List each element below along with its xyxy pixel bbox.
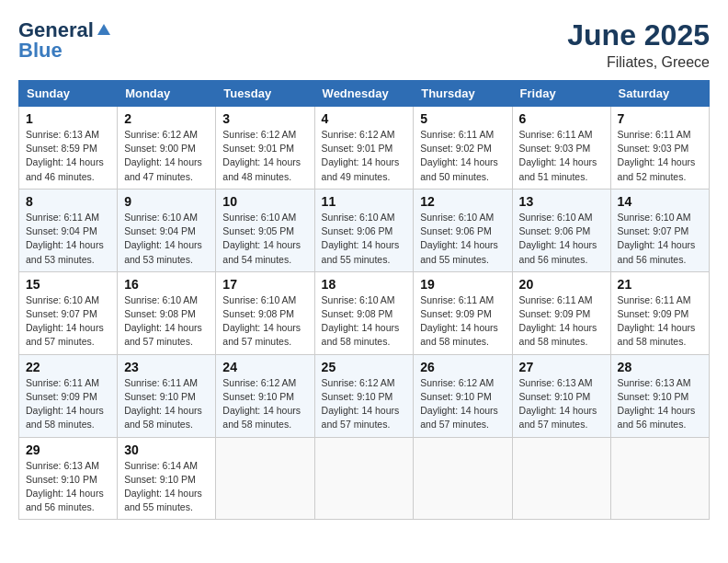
calendar-cell: 15Sunrise: 6:10 AMSunset: 9:07 PMDayligh… (19, 271, 118, 354)
calendar-week-3: 15Sunrise: 6:10 AMSunset: 9:07 PMDayligh… (19, 271, 710, 354)
day-number: 22 (26, 360, 110, 374)
calendar-cell (414, 437, 512, 520)
day-info: Sunrise: 6:10 AMSunset: 9:05 PMDaylight:… (222, 211, 307, 267)
calendar-week-4: 22Sunrise: 6:11 AMSunset: 9:09 PMDayligh… (19, 354, 710, 437)
day-number: 24 (222, 360, 307, 374)
day-number: 5 (420, 111, 505, 126)
calendar-cell: 12Sunrise: 6:10 AMSunset: 9:06 PMDayligh… (414, 189, 512, 271)
calendar-cell: 2Sunrise: 6:12 AMSunset: 9:00 PMDaylight… (118, 107, 216, 190)
day-info: Sunrise: 6:10 AMSunset: 9:08 PMDaylight:… (322, 293, 407, 350)
calendar-cell: 7Sunrise: 6:11 AMSunset: 9:03 PMDaylight… (610, 107, 709, 190)
calendar-cell: 22Sunrise: 6:11 AMSunset: 9:09 PMDayligh… (19, 354, 118, 437)
column-header-monday: Monday (118, 81, 216, 107)
day-info: Sunrise: 6:11 AMSunset: 9:10 PMDaylight:… (124, 376, 209, 432)
day-number: 19 (420, 277, 505, 292)
day-number: 13 (519, 194, 604, 209)
calendar-cell: 18Sunrise: 6:10 AMSunset: 9:08 PMDayligh… (314, 271, 414, 354)
day-number: 1 (26, 111, 110, 126)
day-info: Sunrise: 6:10 AMSunset: 9:06 PMDaylight:… (322, 211, 407, 267)
calendar-cell (216, 437, 314, 520)
column-header-thursday: Thursday (414, 81, 512, 107)
calendar-week-1: 1Sunrise: 6:13 AMSunset: 8:59 PMDaylight… (19, 107, 710, 190)
calendar-cell: 26Sunrise: 6:12 AMSunset: 9:10 PMDayligh… (414, 354, 512, 437)
calendar-cell: 13Sunrise: 6:10 AMSunset: 9:06 PMDayligh… (512, 189, 610, 271)
calendar-cell: 24Sunrise: 6:12 AMSunset: 9:10 PMDayligh… (216, 354, 314, 437)
calendar-cell: 23Sunrise: 6:11 AMSunset: 9:10 PMDayligh… (118, 354, 216, 437)
day-number: 29 (26, 442, 110, 457)
calendar-cell: 16Sunrise: 6:10 AMSunset: 9:08 PMDayligh… (118, 271, 216, 354)
column-header-sunday: Sunday (19, 81, 118, 107)
calendar-cell: 3Sunrise: 6:12 AMSunset: 9:01 PMDaylight… (216, 107, 314, 190)
day-number: 3 (222, 111, 307, 126)
day-number: 25 (322, 360, 407, 374)
day-number: 26 (420, 360, 505, 374)
day-info: Sunrise: 6:12 AMSunset: 9:10 PMDaylight:… (322, 376, 407, 432)
calendar-cell: 17Sunrise: 6:10 AMSunset: 9:08 PMDayligh… (216, 271, 314, 354)
day-info: Sunrise: 6:11 AMSunset: 9:04 PMDaylight:… (26, 211, 110, 267)
day-info: Sunrise: 6:10 AMSunset: 9:06 PMDaylight:… (420, 211, 505, 267)
day-number: 21 (618, 277, 702, 292)
day-number: 17 (222, 277, 307, 292)
column-header-tuesday: Tuesday (216, 81, 314, 107)
day-info: Sunrise: 6:10 AMSunset: 9:08 PMDaylight:… (222, 293, 307, 350)
calendar-cell: 1Sunrise: 6:13 AMSunset: 8:59 PMDaylight… (19, 107, 118, 190)
calendar-cell: 9Sunrise: 6:10 AMSunset: 9:04 PMDaylight… (118, 189, 216, 271)
calendar-cell (512, 437, 610, 520)
day-info: Sunrise: 6:11 AMSunset: 9:09 PMDaylight:… (420, 293, 505, 350)
day-number: 20 (519, 277, 604, 292)
day-number: 14 (618, 194, 702, 209)
day-number: 28 (618, 360, 702, 374)
day-info: Sunrise: 6:12 AMSunset: 9:10 PMDaylight:… (420, 376, 505, 432)
calendar-cell: 25Sunrise: 6:12 AMSunset: 9:10 PMDayligh… (314, 354, 414, 437)
calendar-header-row: SundayMondayTuesdayWednesdayThursdayFrid… (19, 81, 710, 107)
day-info: Sunrise: 6:11 AMSunset: 9:09 PMDaylight:… (26, 376, 110, 432)
day-info: Sunrise: 6:10 AMSunset: 9:06 PMDaylight:… (519, 211, 604, 267)
day-info: Sunrise: 6:12 AMSunset: 9:01 PMDaylight:… (322, 128, 407, 184)
day-number: 30 (124, 442, 209, 457)
day-number: 18 (322, 277, 407, 292)
calendar-cell: 8Sunrise: 6:11 AMSunset: 9:04 PMDaylight… (19, 189, 118, 271)
calendar-cell: 14Sunrise: 6:10 AMSunset: 9:07 PMDayligh… (610, 189, 709, 271)
calendar-cell: 29Sunrise: 6:13 AMSunset: 9:10 PMDayligh… (19, 437, 118, 520)
column-header-friday: Friday (512, 81, 610, 107)
svg-marker-0 (97, 24, 110, 35)
day-info: Sunrise: 6:11 AMSunset: 9:09 PMDaylight:… (519, 293, 604, 350)
calendar-cell (610, 437, 709, 520)
title-block: June 2025 Filiates, Greece (567, 18, 710, 71)
day-number: 8 (26, 194, 110, 209)
day-number: 15 (26, 277, 110, 292)
calendar-cell (314, 437, 414, 520)
page-header: General Blue June 2025 Filiates, Greece (18, 18, 710, 71)
column-header-wednesday: Wednesday (314, 81, 414, 107)
day-info: Sunrise: 6:11 AMSunset: 9:03 PMDaylight:… (618, 128, 702, 184)
day-number: 10 (222, 194, 307, 209)
day-info: Sunrise: 6:13 AMSunset: 9:10 PMDaylight:… (26, 459, 110, 515)
calendar-week-5: 29Sunrise: 6:13 AMSunset: 9:10 PMDayligh… (19, 437, 710, 520)
calendar-table: SundayMondayTuesdayWednesdayThursdayFrid… (18, 80, 710, 520)
day-info: Sunrise: 6:10 AMSunset: 9:07 PMDaylight:… (26, 293, 110, 350)
day-number: 27 (519, 360, 604, 374)
day-number: 7 (618, 111, 702, 126)
calendar-week-2: 8Sunrise: 6:11 AMSunset: 9:04 PMDaylight… (19, 189, 710, 271)
day-info: Sunrise: 6:10 AMSunset: 9:07 PMDaylight:… (618, 211, 702, 267)
calendar-cell: 30Sunrise: 6:14 AMSunset: 9:10 PMDayligh… (118, 437, 216, 520)
day-info: Sunrise: 6:13 AMSunset: 9:10 PMDaylight:… (618, 376, 702, 432)
calendar-cell: 20Sunrise: 6:11 AMSunset: 9:09 PMDayligh… (512, 271, 610, 354)
day-info: Sunrise: 6:13 AMSunset: 8:59 PMDaylight:… (26, 128, 110, 184)
day-number: 11 (322, 194, 407, 209)
column-header-saturday: Saturday (610, 81, 709, 107)
day-info: Sunrise: 6:12 AMSunset: 9:01 PMDaylight:… (222, 128, 307, 184)
day-number: 6 (519, 111, 604, 126)
day-info: Sunrise: 6:12 AMSunset: 9:10 PMDaylight:… (222, 376, 307, 432)
day-info: Sunrise: 6:11 AMSunset: 9:02 PMDaylight:… (420, 128, 505, 184)
day-info: Sunrise: 6:11 AMSunset: 9:09 PMDaylight:… (618, 293, 702, 350)
day-number: 9 (124, 194, 209, 209)
calendar-cell: 11Sunrise: 6:10 AMSunset: 9:06 PMDayligh… (314, 189, 414, 271)
day-info: Sunrise: 6:14 AMSunset: 9:10 PMDaylight:… (124, 459, 209, 515)
day-info: Sunrise: 6:13 AMSunset: 9:10 PMDaylight:… (519, 376, 604, 432)
day-number: 12 (420, 194, 505, 209)
day-info: Sunrise: 6:11 AMSunset: 9:03 PMDaylight:… (519, 128, 604, 184)
logo-blue: Blue (18, 39, 63, 62)
calendar-cell: 21Sunrise: 6:11 AMSunset: 9:09 PMDayligh… (610, 271, 709, 354)
calendar-cell: 5Sunrise: 6:11 AMSunset: 9:02 PMDaylight… (414, 107, 512, 190)
